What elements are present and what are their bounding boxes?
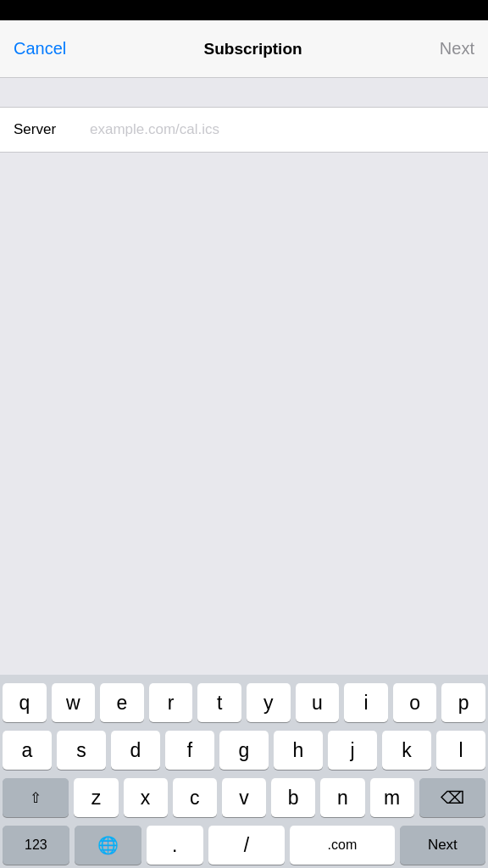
key-g[interactable]: g bbox=[219, 731, 269, 770]
key-dotcom[interactable]: .com bbox=[290, 826, 395, 865]
key-b[interactable]: b bbox=[271, 778, 315, 817]
key-q[interactable]: q bbox=[3, 683, 47, 722]
shift-key[interactable]: ⇧ bbox=[3, 778, 69, 817]
delete-key[interactable]: ⌫ bbox=[419, 778, 485, 817]
content-area bbox=[0, 153, 488, 675]
key-i[interactable]: i bbox=[344, 683, 388, 722]
keyboard-row-3: ⇧ z x c v b n m ⌫ bbox=[3, 778, 485, 817]
next-button-nav[interactable]: Next bbox=[440, 39, 474, 58]
key-a[interactable]: a bbox=[3, 731, 52, 770]
key-l[interactable]: l bbox=[436, 731, 485, 770]
delete-icon: ⌫ bbox=[441, 787, 464, 808]
key-c[interactable]: c bbox=[173, 778, 217, 817]
key-j[interactable]: j bbox=[328, 731, 377, 770]
shift-icon: ⇧ bbox=[30, 789, 42, 807]
key-z[interactable]: z bbox=[74, 778, 118, 817]
key-y[interactable]: y bbox=[247, 683, 291, 722]
page-title: Subscription bbox=[204, 40, 302, 58]
nav-bar: Cancel Subscription Next bbox=[0, 20, 488, 78]
key-r[interactable]: r bbox=[149, 683, 193, 722]
key-dot[interactable]: . bbox=[147, 826, 204, 865]
numbers-key[interactable]: 123 bbox=[3, 826, 69, 865]
server-row: Server bbox=[0, 108, 488, 152]
key-p[interactable]: p bbox=[441, 683, 485, 722]
globe-key[interactable]: 🌐 bbox=[75, 826, 141, 865]
key-u[interactable]: u bbox=[296, 683, 340, 722]
form-section: Server bbox=[0, 107, 488, 153]
key-m[interactable]: m bbox=[370, 778, 414, 817]
key-d[interactable]: d bbox=[111, 731, 160, 770]
server-input[interactable] bbox=[90, 121, 474, 138]
key-k[interactable]: k bbox=[382, 731, 431, 770]
keyboard: q w e r t y u i o p a s d f g h j k l ⇧ … bbox=[0, 675, 488, 868]
key-h[interactable]: h bbox=[274, 731, 323, 770]
key-w[interactable]: w bbox=[52, 683, 96, 722]
form-separator bbox=[0, 78, 488, 107]
key-t[interactable]: t bbox=[197, 683, 241, 722]
server-label: Server bbox=[14, 121, 90, 138]
key-v[interactable]: v bbox=[222, 778, 266, 817]
key-x[interactable]: x bbox=[124, 778, 168, 817]
status-bar bbox=[0, 0, 488, 20]
keyboard-row-1: q w e r t y u i o p bbox=[3, 683, 485, 722]
key-f[interactable]: f bbox=[165, 731, 214, 770]
keyboard-row-4: 123 🌐 . / .com Next bbox=[3, 826, 485, 865]
key-n[interactable]: n bbox=[320, 778, 364, 817]
key-s[interactable]: s bbox=[57, 731, 106, 770]
cancel-button[interactable]: Cancel bbox=[14, 39, 66, 58]
next-button-keyboard[interactable]: Next bbox=[400, 826, 485, 865]
key-slash[interactable]: / bbox=[208, 826, 285, 865]
key-e[interactable]: e bbox=[100, 683, 144, 722]
key-o[interactable]: o bbox=[393, 683, 437, 722]
keyboard-row-2: a s d f g h j k l bbox=[3, 731, 485, 770]
